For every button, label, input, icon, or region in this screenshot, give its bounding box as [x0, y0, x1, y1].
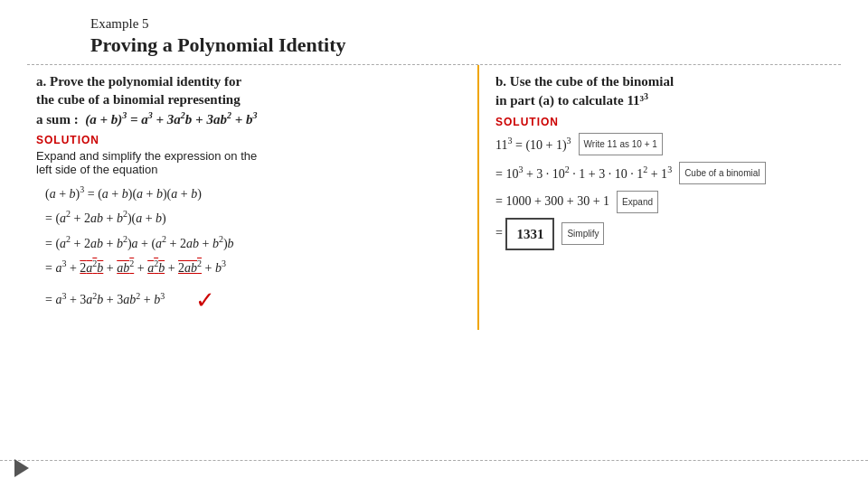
page-title: Proving a Polynomial Identity [90, 33, 841, 57]
math-line-1: (a + b)3 = (a + b)(a + b)(a + b) [45, 182, 461, 204]
math-line-5: = a3 + 3a2b + 3ab2 + b3 ✓ [45, 281, 461, 321]
left-header-line3: a sum : (a + b)3 = a3 + 3a2b + 3ab2 + b3 [36, 112, 257, 127]
left-header-line1: a. Prove the polynomial identity for [36, 74, 241, 89]
divider-bottom [0, 460, 868, 461]
result-value: 1331 [505, 218, 554, 251]
play-button[interactable] [14, 459, 29, 477]
right-solution-label: SOLUTION [495, 116, 832, 128]
right-line-1: 113 = (10 + 1)3 Write 11 as 10 + 1 [495, 132, 832, 157]
checkmark: ✓ [195, 281, 215, 321]
math-line-4: = a3 + 2a2b + ab2 + a2b + 2ab2 + b3 [45, 256, 461, 278]
annotation-expand: Expand [617, 191, 658, 213]
identity-formula: (a + b)3 = a3 + 3a2b + 3ab2 + b3 [85, 112, 257, 127]
page: Example 5 Proving a Polynomial Identity … [0, 0, 868, 488]
annotation-cube: Cube of a binomial [679, 162, 765, 184]
left-solution-label: SOLUTION [36, 134, 461, 146]
right-line-4: = 1331 Simplify [495, 218, 832, 251]
left-math-block: (a + b)3 = (a + b)(a + b)(a + b) = (a2 +… [45, 182, 461, 321]
left-header: a. Prove the polynomial identity for the… [36, 72, 461, 128]
annotation-simplify: Simplify [561, 222, 604, 245]
left-column: a. Prove the polynomial identity for the… [27, 65, 479, 330]
left-header-line2: the cube of a binomial representing [36, 92, 241, 107]
right-line-2: = 103 + 3 · 102 · 1 + 3 · 10 · 12 + 13 C… [495, 161, 832, 186]
content-area: a. Prove the polynomial identity for the… [27, 64, 841, 330]
left-solution-text: Expand and simplify the expression on th… [36, 149, 461, 176]
right-math-block: 113 = (10 + 1)3 Write 11 as 10 + 1 = 103… [495, 132, 832, 251]
annotation-write: Write 11 as 10 + 1 [579, 133, 663, 155]
right-line-3: = 1000 + 300 + 30 + 1 Expand [495, 190, 832, 214]
example-label: Example 5 [90, 16, 841, 32]
math-line-3: = (a2 + 2ab + b2)a + (a2 + 2ab + b2)b [45, 231, 461, 254]
math-line-2: = (a2 + 2ab + b2)(a + b) [45, 206, 461, 229]
right-header: b. Use the cube of the binomial in part … [495, 72, 832, 110]
right-column: b. Use the cube of the binomial in part … [479, 65, 841, 330]
